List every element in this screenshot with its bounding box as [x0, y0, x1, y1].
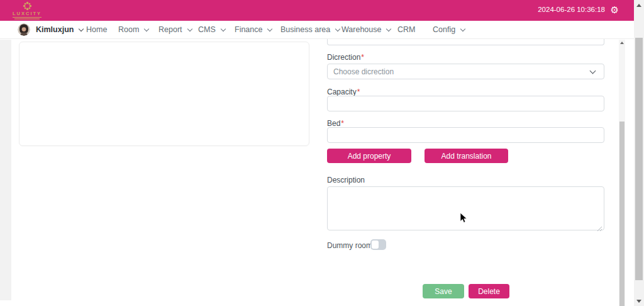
main-navbar: Kimluxjun Home Room Report CMS Finance B… [0, 21, 634, 39]
nav-item-finance[interactable]: Finance [235, 25, 272, 34]
nav-item-crm[interactable]: CRM [397, 25, 415, 34]
empty-side-panel [19, 42, 309, 146]
scrollbar-thumb[interactable] [635, 38, 643, 280]
chevron-down-icon [335, 26, 340, 31]
chevron-down-icon [386, 26, 391, 31]
bed-label: Bed* [327, 119, 344, 128]
nav-item-report[interactable]: Report [158, 25, 192, 34]
luxcity-logo[interactable]: LUXCITY [13, 1, 42, 20]
chevron-down-icon [187, 26, 192, 31]
dummy-room-toggle[interactable] [370, 239, 386, 250]
toggle-knob [372, 241, 379, 249]
brand-text: LUXCITY [13, 11, 42, 18]
nav-item-cms[interactable]: CMS [198, 25, 225, 34]
delete-button[interactable]: Delete [469, 284, 509, 298]
chevron-down-icon [144, 26, 149, 31]
luxcity-flower-icon [13, 1, 42, 11]
bed-input[interactable] [327, 127, 604, 143]
nav-item-config[interactable]: Config [433, 25, 465, 34]
nav-item-room[interactable]: Room [118, 25, 148, 34]
nav-item-home[interactable]: Home [86, 25, 107, 34]
window-scrollbar[interactable] [634, 0, 644, 306]
chevron-down-icon [267, 26, 272, 31]
brand-tagline [14, 18, 40, 20]
chevron-down-icon [79, 26, 84, 31]
top-header-bar: LUXCITY 2024-06-26 10:36:18 ⚙ [0, 0, 634, 21]
scroll-down-arrow-icon[interactable] [636, 300, 641, 303]
scroll-up-arrow-icon[interactable] [620, 42, 624, 44]
gear-icon[interactable]: ⚙ [611, 4, 619, 16]
direction-label: Dicrection* [327, 53, 364, 62]
save-button[interactable]: Save [423, 284, 464, 298]
direction-select[interactable]: Choose dicrection [327, 64, 604, 79]
scrollbar-thumb[interactable] [619, 122, 625, 306]
description-textarea[interactable] [327, 186, 604, 230]
chevron-down-icon [590, 68, 596, 74]
add-translation-button[interactable]: Add translation [425, 149, 508, 163]
user-name: Kimluxjun [36, 25, 74, 34]
description-label: Description [327, 176, 365, 184]
user-avatar[interactable] [18, 23, 30, 36]
header-datetime: 2024-06-26 10:36:18 [538, 6, 605, 13]
page-left-gutter [0, 40, 11, 300]
nav-item-business-area[interactable]: Business area [280, 25, 340, 34]
user-menu[interactable]: Kimluxjun [36, 25, 83, 34]
capacity-label: Capacity* [327, 88, 360, 96]
app-window: LUXCITY 2024-06-26 10:36:18 ⚙ Kimluxjun … [0, 0, 644, 306]
required-asterisk: * [341, 119, 344, 128]
required-asterisk: * [361, 53, 364, 62]
previous-field-partial[interactable] [327, 39, 604, 45]
required-asterisk: * [357, 88, 360, 96]
scroll-up-arrow-icon[interactable] [636, 4, 641, 7]
direction-placeholder: Choose dicrection [333, 67, 394, 76]
nav-item-warehouse[interactable]: Warehouse [341, 25, 391, 34]
chevron-down-icon [460, 26, 465, 31]
capacity-input[interactable] [327, 96, 604, 111]
chevron-down-icon [221, 26, 226, 31]
dummy-room-label: Dummy room [327, 241, 372, 250]
add-property-button[interactable]: Add property [327, 149, 411, 163]
form-scrollbar[interactable] [619, 40, 625, 306]
